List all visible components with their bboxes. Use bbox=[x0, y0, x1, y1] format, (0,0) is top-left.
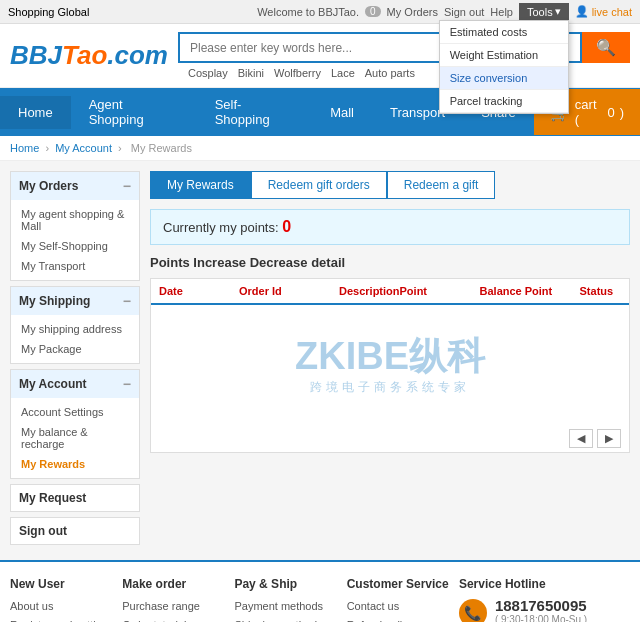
logo[interactable]: BBJTao.com bbox=[10, 40, 168, 71]
footer-order-tutorial[interactable]: Order tutorial bbox=[122, 616, 224, 622]
footer-col-new-user: New User About us Register and setting S… bbox=[10, 577, 112, 622]
sidebar-account-title[interactable]: My Account − bbox=[11, 370, 139, 398]
footer-register[interactable]: Register and setting bbox=[10, 616, 112, 622]
search-button[interactable]: 🔍 bbox=[582, 32, 630, 63]
sidebar-package[interactable]: My Package bbox=[11, 339, 139, 359]
live-chat-link[interactable]: 👤 live chat bbox=[575, 5, 632, 18]
sidebar-account-items: Account Settings My balance & recharge M… bbox=[11, 398, 139, 478]
cart-count: 0 bbox=[607, 105, 614, 120]
breadcrumb-sep2: › bbox=[118, 142, 125, 154]
footer-cs-title: Customer Service bbox=[347, 577, 449, 591]
points-bar: Currently my points: 0 bbox=[150, 209, 630, 245]
breadcrumb-account[interactable]: My Account bbox=[55, 142, 112, 154]
notification-badge: 0 bbox=[365, 6, 381, 17]
sidebar-account-settings[interactable]: Account Settings bbox=[11, 402, 139, 422]
help-link[interactable]: Help bbox=[490, 6, 513, 18]
breadcrumb-sep1: › bbox=[45, 142, 52, 154]
main-content: My Orders − My agent shopping & Mall My … bbox=[0, 161, 640, 560]
sidebar: My Orders − My agent shopping & Mall My … bbox=[10, 171, 140, 550]
sidebar-orders-toggle: − bbox=[123, 178, 131, 194]
sidebar-section-account: My Account − Account Settings My balance… bbox=[10, 369, 140, 479]
tools-dropdown[interactable]: Tools ▾ Estimated costs Weight Estimatio… bbox=[519, 3, 569, 20]
hotline-number: 18817650095 bbox=[495, 597, 587, 614]
welcome-text: Welcome to BBJTao. bbox=[257, 6, 359, 18]
logo-bbj: BBJ bbox=[10, 40, 62, 70]
footer-hotline-title: Service Hotline bbox=[459, 577, 630, 591]
col-point: Point bbox=[400, 285, 480, 297]
quick-link-cosplay[interactable]: Cosplay bbox=[188, 67, 228, 79]
weight-estimation-item[interactable]: Weight Estimation bbox=[440, 44, 568, 67]
breadcrumb-current: My Rewards bbox=[131, 142, 192, 154]
sidebar-shipping-address[interactable]: My shipping address bbox=[11, 319, 139, 339]
estimated-costs-item[interactable]: Estimated costs bbox=[440, 21, 568, 44]
col-balance: Balance Point bbox=[480, 285, 580, 297]
nav-mall[interactable]: Mall bbox=[312, 96, 372, 129]
sidebar-self-shopping[interactable]: My Self-Shopping bbox=[11, 236, 139, 256]
quick-link-autoparts[interactable]: Auto parts bbox=[365, 67, 415, 79]
footer-hotline-col: Service Hotline 📞 18817650095 ( 9:30-18:… bbox=[459, 577, 630, 622]
footer-make-order-title: Make order bbox=[122, 577, 224, 591]
tab-redeem-gift[interactable]: Redeem a gift bbox=[387, 171, 496, 199]
footer-about-us[interactable]: About us bbox=[10, 597, 112, 616]
sidebar-agent-mall[interactable]: My agent shopping & Mall bbox=[11, 204, 139, 236]
sidebar-signout[interactable]: Sign out bbox=[10, 517, 140, 545]
cart-label: cart ( bbox=[575, 97, 603, 127]
nav-self-shopping[interactable]: Self-Shopping bbox=[197, 88, 312, 136]
tab-my-rewards[interactable]: My Rewards bbox=[150, 171, 251, 199]
sidebar-rewards[interactable]: My Rewards bbox=[11, 454, 139, 474]
top-bar: Shopping Global Welcome to BBJTao. 0 My … bbox=[0, 0, 640, 24]
pagination: ◀ ▶ bbox=[151, 425, 629, 452]
person-icon: 👤 bbox=[575, 5, 589, 18]
next-page-button[interactable]: ▶ bbox=[597, 429, 621, 448]
footer-col-pay-ship: Pay & Ship Payment methods Shipping meth… bbox=[234, 577, 336, 622]
sidebar-transport[interactable]: My Transport bbox=[11, 256, 139, 276]
breadcrumb-home[interactable]: Home bbox=[10, 142, 39, 154]
sidebar-shipping-title[interactable]: My Shipping − bbox=[11, 287, 139, 315]
breadcrumb: Home › My Account › My Rewards bbox=[0, 136, 640, 161]
my-orders-link[interactable]: My Orders bbox=[387, 6, 438, 18]
phone-icon: 📞 bbox=[459, 599, 487, 622]
footer-contact-us[interactable]: Contact us bbox=[347, 597, 449, 616]
footer-purchase-range[interactable]: Purchase range bbox=[122, 597, 224, 616]
sidebar-shipping-toggle: − bbox=[123, 293, 131, 309]
prev-page-button[interactable]: ◀ bbox=[569, 429, 593, 448]
reward-tabs: My Rewards Redeem gift orders Redeem a g… bbox=[150, 171, 630, 199]
footer-new-user-title: New User bbox=[10, 577, 112, 591]
sidebar-account-toggle: − bbox=[123, 376, 131, 392]
points-label: Currently my points: bbox=[163, 220, 279, 235]
tools-menu: Estimated costs Weight Estimation Size c… bbox=[439, 20, 569, 114]
tools-button[interactable]: Tools ▾ bbox=[519, 3, 569, 20]
sidebar-request[interactable]: My Request bbox=[10, 484, 140, 512]
tab-redeem-gift-orders[interactable]: Redeem gift orders bbox=[251, 171, 387, 199]
table-body: ZKIBE纵科 跨境电子商务系统专家 bbox=[151, 305, 629, 425]
col-date: Date bbox=[159, 285, 239, 297]
sidebar-orders-title[interactable]: My Orders − bbox=[11, 172, 139, 200]
col-status: Status bbox=[580, 285, 621, 297]
quick-link-bikini[interactable]: Bikini bbox=[238, 67, 264, 79]
col-description: Description bbox=[339, 285, 400, 297]
points-table: Date Order Id Description Point Balance … bbox=[150, 278, 630, 453]
footer-shipping-methods[interactable]: Shipping methods bbox=[234, 616, 336, 622]
footer-col-make-order: Make order Purchase range Order tutorial… bbox=[122, 577, 224, 622]
sidebar-orders-items: My agent shopping & Mall My Self-Shoppin… bbox=[11, 200, 139, 280]
table-header: Date Order Id Description Point Balance … bbox=[151, 279, 629, 305]
footer-col-customer-service: Customer Service Contact us Refund polic… bbox=[347, 577, 449, 622]
sidebar-balance[interactable]: My balance & recharge bbox=[11, 422, 139, 454]
footer: New User About us Register and setting S… bbox=[0, 560, 640, 622]
nav-home[interactable]: Home bbox=[0, 96, 71, 129]
footer-refund-policy[interactable]: Refund policy bbox=[347, 616, 449, 622]
sidebar-section-shipping: My Shipping − My shipping address My Pac… bbox=[10, 286, 140, 364]
logo-dot-com: .com bbox=[107, 40, 168, 70]
size-conversion-item[interactable]: Size conversion bbox=[440, 67, 568, 90]
quick-link-lace[interactable]: Lace bbox=[331, 67, 355, 79]
footer-payment-methods[interactable]: Payment methods bbox=[234, 597, 336, 616]
content-area: My Rewards Redeem gift orders Redeem a g… bbox=[150, 171, 630, 550]
parcel-tracking-item[interactable]: Parcel tracking bbox=[440, 90, 568, 113]
chevron-down-icon: ▾ bbox=[555, 5, 561, 18]
sign-out-link[interactable]: Sign out bbox=[444, 6, 484, 18]
sidebar-section-orders: My Orders − My agent shopping & Mall My … bbox=[10, 171, 140, 281]
points-section-title: Points Increase Decrease detail bbox=[150, 255, 630, 270]
nav-agent-shopping[interactable]: Agent Shopping bbox=[71, 88, 197, 136]
quick-link-wolfberry[interactable]: Wolfberry bbox=[274, 67, 321, 79]
points-value: 0 bbox=[282, 218, 291, 235]
